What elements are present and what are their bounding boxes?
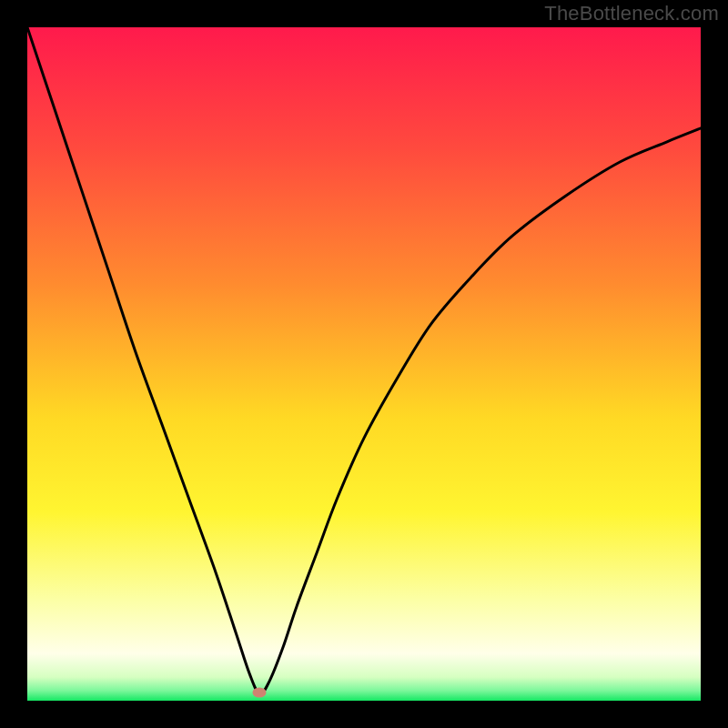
optimum-marker-icon (253, 688, 267, 698)
plot-frame (27, 27, 701, 701)
watermark-text: TheBottleneck.com (544, 2, 719, 25)
chart-stage: TheBottleneck.com (0, 0, 728, 728)
plot-inner (27, 27, 701, 701)
bottleneck-curve (27, 27, 701, 701)
